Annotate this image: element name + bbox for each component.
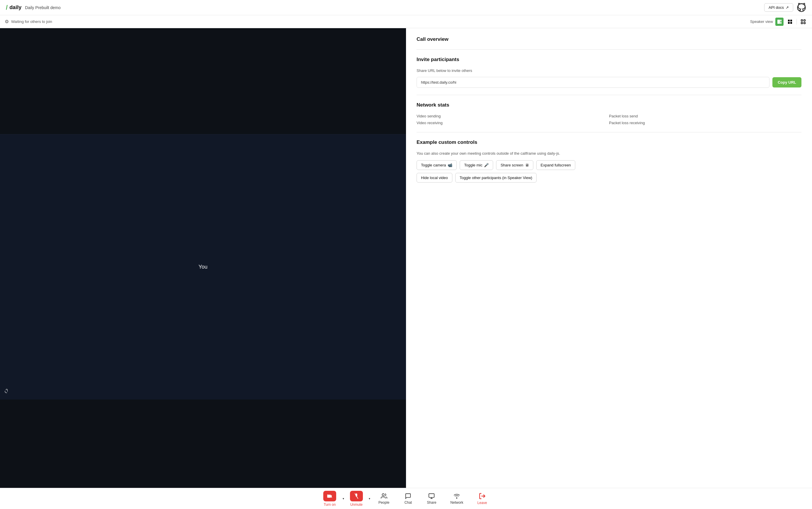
top-navigation: / daily Daily Prebuilt demo API docs ↗ (0, 0, 812, 15)
network-label: Network (450, 501, 463, 505)
nav-left: / daily Daily Prebuilt demo (6, 4, 61, 11)
invite-desc: Share URL below to invite others (416, 68, 802, 73)
main-content: You Call overview Invite participants Sh… (0, 28, 812, 488)
app-title: Daily Prebuilt demo (25, 5, 61, 10)
mic-off-icon (350, 491, 363, 501)
svg-rect-9 (804, 20, 805, 21)
nav-right: API docs ↗ (764, 3, 806, 12)
share-screen-label: Share screen (501, 163, 523, 167)
video-top-section (0, 28, 406, 134)
grid-view-button[interactable] (786, 18, 794, 26)
mic-group: Unmute ▾ (345, 489, 371, 508)
svg-rect-5 (790, 20, 792, 22)
camera-chevron[interactable]: ▾ (341, 495, 345, 502)
expand-fullscreen-button[interactable]: Expand fullscreen (536, 160, 575, 170)
svg-rect-6 (788, 22, 790, 24)
network-stats-grid: Video sending Packet loss send Video rec… (416, 114, 802, 125)
people-label: People (378, 501, 389, 505)
camera-icon: 📹 (448, 163, 452, 167)
svg-rect-7 (790, 22, 792, 24)
share-button[interactable]: Share (420, 491, 443, 506)
mic-icon: 🎤 (484, 163, 489, 167)
leave-button[interactable]: Leave (470, 491, 494, 507)
invite-title: Invite participants (416, 57, 802, 63)
people-icon (381, 493, 387, 499)
chat-icon (405, 493, 411, 499)
svg-rect-3 (780, 22, 781, 24)
turn-on-label: Turn on (324, 503, 336, 507)
people-button[interactable]: People (371, 491, 396, 506)
custom-controls-desc: You can also create your own meeting con… (416, 151, 802, 156)
logo-icon: / (6, 4, 8, 11)
divider-2 (416, 95, 802, 95)
network-title: Network stats (416, 102, 802, 108)
svg-rect-4 (788, 20, 790, 22)
copy-url-button[interactable]: Copy URL (772, 77, 802, 88)
video-area: You (0, 28, 406, 488)
fullscreen-toggle-button[interactable] (799, 18, 807, 26)
share-screen-button[interactable]: Share screen 🖥 (496, 160, 533, 170)
expand-fullscreen-label: Expand fullscreen (541, 163, 571, 167)
chat-label: Chat (405, 501, 412, 505)
svg-rect-2 (780, 20, 781, 22)
github-icon[interactable] (797, 3, 806, 12)
you-label: You (198, 264, 208, 270)
svg-rect-1 (777, 20, 780, 24)
speaker-view-label: Speaker view (750, 20, 773, 24)
svg-rect-8 (801, 20, 803, 21)
url-row: Copy URL (416, 77, 802, 88)
svg-point-14 (382, 494, 384, 496)
sub-header-left: ⚙ Waiting for others to join (5, 19, 52, 24)
svg-point-16 (456, 498, 457, 499)
share-icon (428, 493, 435, 499)
svg-rect-11 (804, 22, 805, 24)
network-icon (453, 493, 460, 499)
api-docs-button[interactable]: API docs ↗ (764, 3, 793, 12)
network-button[interactable]: Network (443, 491, 470, 506)
sub-header: ⚙ Waiting for others to join Speaker vie… (0, 15, 812, 28)
api-docs-label: API docs (769, 5, 784, 10)
unmute-label: Unmute (350, 503, 363, 507)
mic-chevron[interactable]: ▾ (368, 495, 371, 502)
network-video-sending: Video sending (416, 114, 609, 118)
call-overview-title: Call overview (416, 36, 802, 42)
network-packet-loss-send: Packet loss send (609, 114, 802, 118)
share-label: Share (427, 501, 436, 505)
custom-controls-title: Example custom controls (416, 139, 802, 145)
custom-controls-row: Toggle camera 📹 Toggle mic 🎤 Share scree… (416, 160, 802, 170)
svg-rect-10 (801, 22, 803, 24)
monitor-icon: 🖥 (525, 163, 529, 167)
url-input[interactable] (416, 77, 770, 88)
logo: / daily (6, 4, 22, 11)
hide-local-video-button[interactable]: Hide local video (416, 173, 452, 182)
custom-controls-row-2: Hide local video Toggle other participan… (416, 173, 802, 182)
unmute-button[interactable]: Unmute (345, 489, 368, 508)
toggle-other-participants-button[interactable]: Toggle other participants (in Speaker Vi… (455, 173, 537, 182)
external-link-icon: ↗ (786, 5, 789, 10)
svg-rect-15 (429, 494, 434, 497)
bottom-toolbar: Turn on ▾ Unmute ▾ People Chat Share (0, 488, 812, 509)
chat-button[interactable]: Chat (396, 491, 420, 506)
video-main-section: You (0, 134, 406, 400)
network-video-receiving: Video receiving (416, 121, 609, 125)
camera-off-icon (323, 491, 336, 501)
toggle-mic-label: Toggle mic (464, 163, 482, 167)
leave-icon (479, 493, 486, 500)
waiting-text: Waiting for others to join (11, 20, 52, 24)
divider-1 (416, 49, 802, 49)
video-bottom-section (0, 400, 406, 488)
logo-text: daily (9, 4, 22, 10)
toggle-camera-label: Toggle camera (421, 163, 446, 167)
right-panel: Call overview Invite participants Share … (406, 28, 812, 488)
view-controls: Speaker view (750, 18, 807, 26)
speaker-view-button[interactable] (775, 18, 783, 26)
turn-on-button[interactable]: Turn on (318, 489, 341, 508)
view-divider (797, 19, 797, 25)
mute-icon-overlay (3, 388, 9, 396)
divider-3 (416, 132, 802, 132)
settings-icon: ⚙ (5, 19, 9, 24)
network-packet-loss-receiving: Packet loss receiving (609, 121, 802, 125)
hide-local-video-label: Hide local video (421, 175, 448, 180)
toggle-mic-button[interactable]: Toggle mic 🎤 (460, 160, 493, 170)
toggle-camera-button[interactable]: Toggle camera 📹 (416, 160, 457, 170)
